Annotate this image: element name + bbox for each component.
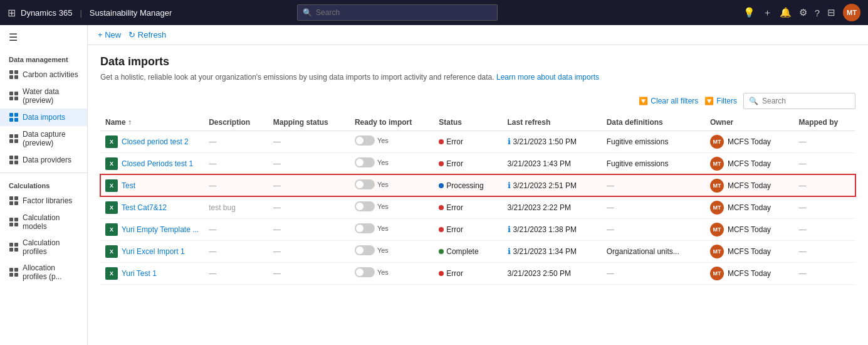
cell-name: X Test Cat7&12 [100, 196, 204, 218]
lightbulb-icon[interactable]: 💡 [743, 7, 755, 18]
data-table: Name ↑ Description Mapping status Ready … [100, 114, 855, 285]
owner-avatar: MT [710, 135, 724, 149]
toggle-switch[interactable] [355, 135, 375, 146]
table-row[interactable]: X Closed Periods test 1 — — Yes Error 3/… [100, 152, 855, 174]
svg-rect-30 [9, 248, 13, 252]
svg-rect-33 [14, 268, 18, 272]
svg-rect-35 [14, 273, 18, 277]
status-dot [439, 205, 444, 210]
cell-status: Error [434, 152, 502, 174]
main-content: + New ↻ Refresh Data imports Get a holis… [88, 25, 868, 345]
nav-separator: | [80, 8, 81, 18]
svg-rect-19 [14, 161, 18, 164]
cell-ready-to-import: Yes [350, 174, 434, 196]
row-name-link[interactable]: Closed Periods test 1 [122, 159, 193, 168]
row-name-link[interactable]: Yuri Excel Import 1 [122, 247, 185, 256]
table-row[interactable]: X Test — — Yes Processing ℹ 3/21/2023 2:… [100, 174, 855, 196]
calculation-profiles-label: Calculation profiles [23, 238, 78, 256]
cell-last-refresh: ℹ 3/21/2023 2:51 PM [503, 174, 602, 196]
info-icon[interactable]: ℹ [508, 225, 511, 234]
cell-data-definitions: Fugitive emissions [602, 152, 705, 174]
cell-mapping-status: — [268, 196, 350, 218]
row-name-link[interactable]: Test Cat7&12 [122, 203, 167, 212]
sidebar-item-factor-libraries[interactable]: Factor libraries [0, 192, 87, 210]
row-name-link[interactable]: Yuri Empty Template ... [122, 225, 199, 234]
clear-filters-button[interactable]: 🔽 Clear all filters [639, 97, 698, 105]
col-mapped-by: Mapped by [794, 114, 856, 131]
sidebar-item-water-data[interactable]: Water data (preview) [0, 83, 87, 109]
table-row[interactable]: X Closed period test 2 — — Yes Error ℹ 3… [100, 130, 855, 152]
top-nav: ⊞ Dynamics 365 | Sustainability Manager … [0, 0, 868, 25]
refresh-button[interactable]: ↻ Refresh [128, 30, 166, 40]
svg-rect-1 [14, 70, 18, 74]
cell-name: X Test [100, 174, 204, 196]
owner-avatar: MT [710, 267, 724, 280]
cell-mapped-by: — [794, 174, 856, 196]
row-name-link[interactable]: Closed period test 2 [122, 137, 189, 146]
table-search-input[interactable] [762, 97, 850, 105]
svg-rect-18 [9, 161, 13, 164]
cell-status: Complete [434, 240, 502, 262]
filters-button[interactable]: 🔽 Filters [704, 97, 737, 105]
sidebar-item-calculation-models[interactable]: Calculation models [0, 210, 87, 235]
toggle-switch[interactable] [355, 201, 375, 211]
table-row[interactable]: X Yuri Excel Import 1 — — Yes Complete ℹ… [100, 240, 855, 262]
water-data-label: Water data (preview) [23, 87, 78, 105]
status-dot [439, 183, 444, 188]
svg-rect-31 [14, 248, 18, 252]
sidebar-item-allocation-profiles[interactable]: Allocation profiles (p... [0, 260, 87, 285]
toggle-switch[interactable] [355, 245, 375, 255]
info-icon[interactable]: ℹ [508, 137, 511, 146]
bell-icon[interactable]: 🔔 [780, 7, 792, 18]
apps-icon[interactable]: ⊞ [8, 7, 16, 19]
status-dot [439, 139, 444, 144]
cell-description: — [204, 152, 268, 174]
data-imports-icon [9, 112, 19, 122]
cell-mapping-status: — [268, 130, 350, 152]
table-row[interactable]: X Test Cat7&12 test bug — Yes Error 3/21… [100, 196, 855, 218]
toggle-switch[interactable] [355, 179, 375, 189]
toggle-switch[interactable] [355, 157, 375, 167]
table-search[interactable]: 🔍 [743, 93, 855, 109]
svg-rect-22 [9, 201, 13, 205]
status-dot [439, 161, 444, 166]
sidebar-item-data-providers[interactable]: Data providers [0, 151, 87, 169]
factor-libraries-label: Factor libraries [23, 196, 72, 205]
info-icon[interactable]: ℹ [508, 181, 511, 190]
search-input[interactable] [316, 8, 492, 17]
add-icon[interactable]: ＋ [763, 7, 772, 19]
learn-more-link[interactable]: Learn more about data imports [496, 73, 599, 82]
row-name-link[interactable]: Test [122, 181, 135, 190]
sidebar-item-data-capture[interactable]: Data capture (preview) [0, 126, 87, 151]
table-row[interactable]: X Yuri Test 1 — — Yes Error 3/21/2023 2:… [100, 262, 855, 284]
cell-owner: MT MCFS Today [705, 262, 794, 284]
cell-ready-to-import: Yes [350, 218, 434, 240]
toggle-switch[interactable] [355, 223, 375, 233]
cell-data-definitions: Fugitive emissions [602, 130, 705, 152]
col-name[interactable]: Name ↑ [100, 114, 204, 131]
table-row[interactable]: X Yuri Empty Template ... — — Yes Error … [100, 218, 855, 240]
info-icon[interactable]: ℹ [508, 247, 511, 256]
allocation-profiles-icon [9, 267, 19, 277]
toggle-switch[interactable] [355, 267, 375, 277]
owner-name: MCFS Today [728, 181, 771, 190]
factor-libraries-icon [9, 196, 19, 206]
cell-name: X Closed Periods test 1 [100, 152, 204, 174]
row-name-link[interactable]: Yuri Test 1 [122, 269, 157, 278]
global-search[interactable]: 🔍 [297, 4, 498, 21]
owner-name: MCFS Today [728, 203, 771, 212]
sidebar-item-carbon-activities[interactable]: Carbon activities [0, 66, 87, 83]
layout-icon[interactable]: ⊟ [827, 7, 835, 18]
cell-data-definitions: — [602, 262, 705, 284]
user-avatar[interactable]: MT [843, 4, 860, 21]
status-label: Error [446, 137, 463, 146]
help-icon[interactable]: ? [815, 8, 820, 18]
owner-name: MCFS Today [728, 247, 771, 256]
cell-name: X Closed period test 2 [100, 130, 204, 152]
settings-icon[interactable]: ⚙ [799, 7, 807, 18]
sidebar-toggle[interactable]: ☰ [0, 25, 87, 50]
excel-icon: X [105, 267, 118, 280]
sidebar-item-data-imports[interactable]: Data imports [0, 109, 87, 126]
new-button[interactable]: + New [98, 30, 121, 40]
sidebar-item-calculation-profiles[interactable]: Calculation profiles [0, 235, 87, 260]
